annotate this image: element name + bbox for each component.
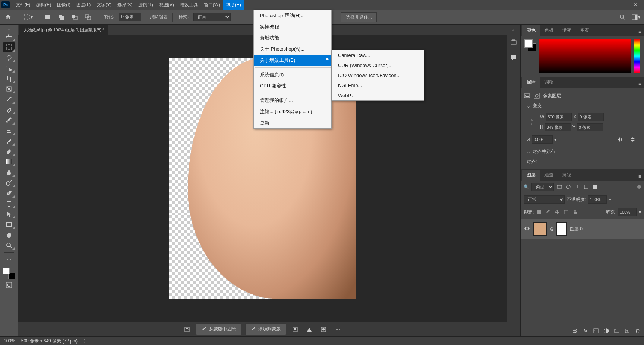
foreground-background-swatch[interactable] xyxy=(3,268,15,279)
dodge-tool[interactable] xyxy=(3,178,15,188)
select-and-mask-button[interactable]: 选择并遮住... xyxy=(341,12,377,22)
subtract-selection-icon[interactable] xyxy=(69,12,80,22)
help-system-info[interactable]: 系统信息(I)... xyxy=(254,69,331,80)
submenu-webp[interactable]: WebP... xyxy=(332,90,424,100)
mask-option2-icon[interactable] xyxy=(304,324,315,335)
x-input[interactable] xyxy=(578,113,604,121)
blend-mode-select[interactable]: 正常 xyxy=(524,195,565,204)
layer-row[interactable]: ⛓ 图层 0 xyxy=(521,219,644,239)
zoom-tool[interactable] xyxy=(3,240,15,250)
tab-channels[interactable]: 通道 xyxy=(540,170,558,181)
panel-menu-icon[interactable]: ≡ xyxy=(635,172,644,181)
submenu-nglemp[interactable]: NGLEmp... xyxy=(332,80,424,90)
status-chevron-icon[interactable]: 〉 xyxy=(83,338,88,344)
tab-adjustments[interactable]: 调整 xyxy=(540,77,558,88)
layer-name[interactable]: 图层 0 xyxy=(570,226,583,232)
help-updates[interactable]: 更新... xyxy=(254,117,331,128)
add-mask-icon[interactable] xyxy=(593,328,599,334)
add-selection-icon[interactable] xyxy=(56,12,66,22)
help-tutorials[interactable]: 实操教程... xyxy=(254,21,331,32)
width-input[interactable] xyxy=(546,113,572,121)
flip-horizontal-icon[interactable] xyxy=(615,134,625,145)
new-layer-icon[interactable] xyxy=(624,328,631,334)
transform-section[interactable]: ⌄ 变换 xyxy=(524,100,641,111)
help-signout[interactable]: 注销... (zd423@qq.com) xyxy=(254,106,331,117)
color-fgbg-swatch[interactable] xyxy=(524,39,536,51)
document-tab[interactable]: 人物效果.jpg @ 100% (图层 0, 图层蒙版/8) * xyxy=(19,25,108,35)
filter-type-icon[interactable]: T xyxy=(574,183,581,190)
hand-tool[interactable] xyxy=(3,230,15,240)
lock-all-icon[interactable] xyxy=(572,209,578,215)
history-brush-tool[interactable] xyxy=(3,136,15,146)
filter-adjust-icon[interactable] xyxy=(565,183,572,190)
filter-shape-icon[interactable] xyxy=(583,183,590,190)
add-to-mask-button[interactable]: 添加到蒙版 xyxy=(245,323,286,335)
align-section[interactable]: ⌄ 对齐并分布 xyxy=(524,146,641,157)
crop-tool[interactable] xyxy=(3,74,15,83)
stamp-tool[interactable] xyxy=(3,126,15,135)
menu-image[interactable]: 图像(I) xyxy=(54,0,73,10)
layer-fx-icon[interactable]: fx xyxy=(582,328,589,334)
quick-select-tool[interactable] xyxy=(3,63,15,73)
search-icon[interactable] xyxy=(617,12,628,22)
opacity-input[interactable] xyxy=(588,195,607,204)
edit-toolbar-icon[interactable]: ⋯ xyxy=(3,255,15,265)
remove-from-mask-button[interactable]: 从蒙版中去除 xyxy=(196,323,242,335)
new-selection-icon[interactable] xyxy=(42,12,53,22)
tab-paths[interactable]: 路径 xyxy=(558,170,576,181)
submenu-camera-raw[interactable]: Camera Raw... xyxy=(332,50,424,60)
close-icon[interactable]: ✕ xyxy=(633,2,638,7)
filter-smart-icon[interactable] xyxy=(592,183,599,190)
menu-layer[interactable]: 图层(L) xyxy=(73,0,94,10)
tab-patterns[interactable]: 图案 xyxy=(576,25,594,36)
menu-type[interactable]: 文字(Y) xyxy=(94,0,114,10)
blur-tool[interactable] xyxy=(3,167,15,177)
tab-properties[interactable]: 属性 xyxy=(522,77,540,88)
visibility-icon[interactable] xyxy=(524,225,530,233)
healing-tool[interactable] xyxy=(3,105,15,115)
quickmask-icon[interactable] xyxy=(3,280,15,290)
status-dimensions[interactable]: 500 像素 x 649 像素 (72 ppi) xyxy=(21,338,78,344)
lock-pixels-icon[interactable] xyxy=(536,209,543,215)
filter-toggle[interactable] xyxy=(637,185,641,189)
new-adjustment-icon[interactable] xyxy=(603,328,610,334)
move-tool[interactable] xyxy=(3,32,15,42)
menu-help[interactable]: 帮助(H) xyxy=(223,0,244,10)
menu-plugins[interactable]: 增效工具 xyxy=(177,0,201,10)
eraser-tool[interactable] xyxy=(3,147,15,156)
new-group-icon[interactable] xyxy=(613,328,620,334)
maximize-icon[interactable]: ☐ xyxy=(621,2,626,7)
lock-artboard-icon[interactable] xyxy=(563,209,569,215)
marquee-tool[interactable] xyxy=(3,42,15,52)
tab-swatches[interactable]: 色板 xyxy=(540,25,558,36)
menu-view[interactable]: 视图(V) xyxy=(156,0,177,10)
mask-option3-icon[interactable] xyxy=(318,324,329,335)
color-field[interactable] xyxy=(539,39,631,73)
mask-properties-icon[interactable] xyxy=(182,324,192,335)
help-whatsnew[interactable]: 新增功能... xyxy=(254,32,331,44)
path-select-tool[interactable] xyxy=(3,209,15,219)
mask-more-icon[interactable]: ⋯ xyxy=(332,324,343,335)
brush-tool[interactable] xyxy=(3,115,15,125)
frame-tool[interactable] xyxy=(3,84,15,94)
link-wh-icon[interactable] xyxy=(527,117,537,127)
link-mask-icon[interactable]: ⛓ xyxy=(550,227,553,231)
home-icon[interactable] xyxy=(3,12,13,22)
help-gpu-compat[interactable]: GPU 兼容性... xyxy=(254,80,331,92)
fill-input[interactable] xyxy=(618,208,637,216)
tab-color[interactable]: 颜色 xyxy=(522,25,540,36)
angle-input[interactable] xyxy=(532,135,553,144)
foreground-color[interactable] xyxy=(3,268,10,274)
help-manage-account[interactable]: 管理我的帐户... xyxy=(254,95,331,106)
filter-search-icon[interactable]: 🔍 xyxy=(524,184,529,189)
menu-filter[interactable]: 滤镜(T) xyxy=(135,0,156,10)
delete-layer-icon[interactable] xyxy=(634,328,641,334)
y-input[interactable] xyxy=(577,123,603,131)
panel-menu-icon[interactable]: ≡ xyxy=(635,28,644,36)
text-tool[interactable] xyxy=(3,199,15,208)
lock-position-icon[interactable] xyxy=(554,209,561,215)
help-about-plugins[interactable]: 关于增效工具(B) xyxy=(254,55,331,66)
menu-file[interactable]: 文件(F) xyxy=(13,0,33,10)
link-layers-icon[interactable]: ⛓ xyxy=(572,328,578,334)
eyedropper-tool[interactable] xyxy=(3,95,15,104)
